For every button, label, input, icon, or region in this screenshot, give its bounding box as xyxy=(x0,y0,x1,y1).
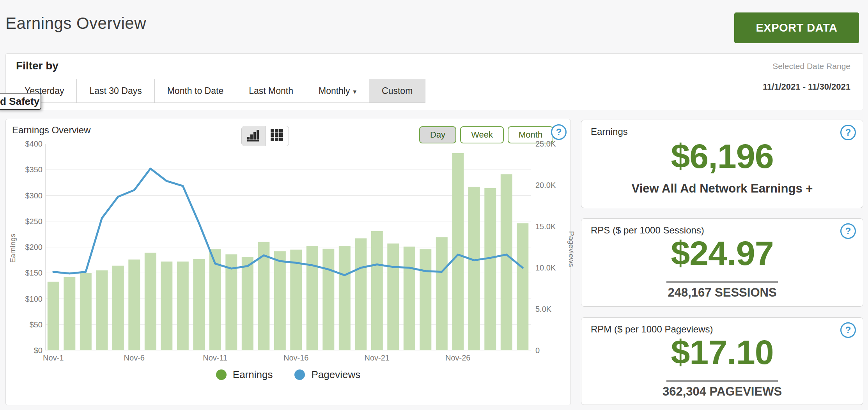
rps-value: $24.97 xyxy=(581,233,863,273)
left-axis-tick: $50 xyxy=(8,320,43,329)
earnings-bar[interactable] xyxy=(501,174,512,350)
earnings-bar[interactable] xyxy=(80,273,92,350)
rps-stat-card: RPS ($ per 1000 Sessions) ? $24.97 248,1… xyxy=(581,218,863,307)
earnings-legend-dot xyxy=(216,369,227,380)
filter-option-custom[interactable]: Custom xyxy=(369,79,425,103)
left-axis-tick: $400 xyxy=(8,140,43,148)
earnings-bar[interactable] xyxy=(371,231,383,350)
earnings-pageviews-chart xyxy=(45,144,531,350)
earnings-bar[interactable] xyxy=(420,249,431,350)
chart-legend: EarningsPageviews xyxy=(6,369,570,381)
pageviews-count: 362,304 PAGEVIEWS xyxy=(581,385,863,399)
caret-down-icon: ▾ xyxy=(353,88,357,95)
earnings-bar[interactable] xyxy=(193,259,205,351)
earnings-bar[interactable] xyxy=(161,262,172,350)
earnings-bar[interactable] xyxy=(355,239,367,351)
legend-label: Pageviews xyxy=(311,369,360,381)
bar-chart-icon xyxy=(247,129,260,143)
earnings-bar[interactable] xyxy=(64,277,75,350)
filter-option-monthly[interactable]: Monthly▾ xyxy=(306,79,369,103)
left-axis-title: Earnings xyxy=(9,213,17,283)
selected-date-range-label: Selected Date Range xyxy=(772,62,850,71)
earnings-bar[interactable] xyxy=(387,244,399,350)
earnings-bar[interactable] xyxy=(128,260,140,350)
data-grid-view-button[interactable] xyxy=(266,126,289,146)
x-axis-tick: Nov-21 xyxy=(354,353,400,362)
earnings-bar[interactable] xyxy=(48,282,59,350)
earnings-stat-card: Earnings ? $6,196 View All Ad Network Ea… xyxy=(581,120,863,208)
earnings-bar[interactable] xyxy=(404,247,415,350)
earnings-total-value: $6,196 xyxy=(581,136,863,176)
earnings-bar[interactable] xyxy=(339,246,351,350)
rpm-value: $17.10 xyxy=(581,332,863,372)
export-data-button[interactable]: EXPORT DATA xyxy=(734,12,859,43)
selected-date-range-value: 11/1/2021 - 11/30/2021 xyxy=(763,82,850,92)
earnings-bar[interactable] xyxy=(290,250,302,350)
right-axis-tick: 0 xyxy=(535,346,567,355)
page-title: Earnings Overview xyxy=(5,14,146,33)
chart-view-toggle xyxy=(241,126,289,146)
filter-by-heading: Filter by xyxy=(16,60,58,72)
earnings-overview-chart-card: Earnings Overview xyxy=(5,119,571,405)
earnings-bar[interactable] xyxy=(517,223,528,350)
legend-item-pageviews[interactable]: Pageviews xyxy=(294,369,360,381)
view-ad-network-earnings-link[interactable]: View All Ad Network Earnings + xyxy=(581,182,863,196)
pageviews-legend-dot xyxy=(294,369,305,380)
divider xyxy=(666,281,778,283)
legend-label: Earnings xyxy=(233,369,273,381)
x-axis-tick: Nov-26 xyxy=(434,353,481,362)
earnings-bar[interactable] xyxy=(484,188,496,350)
help-icon[interactable]: ? xyxy=(551,124,567,140)
date-filter-group: YesterdayLast 30 DaysMonth to DateLast M… xyxy=(12,79,425,103)
x-axis-tick: Nov-6 xyxy=(111,353,158,362)
earnings-bar[interactable] xyxy=(96,270,108,350)
earnings-bar[interactable] xyxy=(436,237,448,350)
left-axis-tick: $300 xyxy=(8,191,43,200)
earnings-bar[interactable] xyxy=(452,153,464,350)
right-axis-tick: 5.0K xyxy=(535,305,567,314)
right-axis-tick: 25.0K xyxy=(535,140,567,148)
earnings-bar[interactable] xyxy=(274,251,286,350)
left-axis-tick: $100 xyxy=(8,295,43,304)
legend-item-earnings[interactable]: Earnings xyxy=(216,369,273,381)
rpm-stat-card: RPM ($ per 1000 Pageviews) ? $17.10 362,… xyxy=(581,317,863,405)
earnings-bar[interactable] xyxy=(468,187,480,350)
granularity-toggle-group: DayWeekMonth xyxy=(419,126,553,143)
right-axis-tick: 20.0K xyxy=(535,181,567,190)
right-axis-tick: 10.0K xyxy=(535,263,567,272)
x-axis-tick: Nov-16 xyxy=(273,353,319,362)
granularity-day-button[interactable]: Day xyxy=(419,126,456,143)
divider xyxy=(666,380,778,382)
sessions-count: 248,167 SESSIONS xyxy=(581,286,863,300)
earnings-bar[interactable] xyxy=(177,262,189,350)
bar-chart-view-button[interactable] xyxy=(242,126,266,146)
earnings-bar[interactable] xyxy=(112,266,124,350)
x-axis-tick: Nov-1 xyxy=(30,353,77,362)
filter-option-month-to-date[interactable]: Month to Date xyxy=(154,79,236,103)
cutoff-tooltip-ad-safety: d Safety xyxy=(0,93,41,110)
x-axis-tick: Nov-11 xyxy=(192,353,239,362)
earnings-card-label: Earnings xyxy=(591,126,628,137)
filter-panel: Filter by YesterdayLast 30 DaysMonth to … xyxy=(5,53,863,110)
cutoff-tooltip-text: d Safety xyxy=(0,95,39,108)
data-grid-icon xyxy=(271,129,283,143)
earnings-bar[interactable] xyxy=(306,246,318,350)
granularity-week-button[interactable]: Week xyxy=(460,126,504,143)
filter-option-last-month[interactable]: Last Month xyxy=(236,79,306,103)
right-axis-title: Pageviews xyxy=(567,214,576,284)
earnings-dashboard: Earnings Overview EXPORT DATA Filter by … xyxy=(0,0,868,410)
earnings-bar[interactable] xyxy=(322,249,334,350)
earnings-bar[interactable] xyxy=(145,253,156,350)
left-axis-tick: $350 xyxy=(8,165,43,174)
earnings-bar[interactable] xyxy=(242,257,253,350)
filter-option-last-30-days[interactable]: Last 30 Days xyxy=(76,79,154,103)
right-axis-tick: 15.0K xyxy=(535,222,567,231)
chart-card-title: Earnings Overview xyxy=(12,125,90,136)
